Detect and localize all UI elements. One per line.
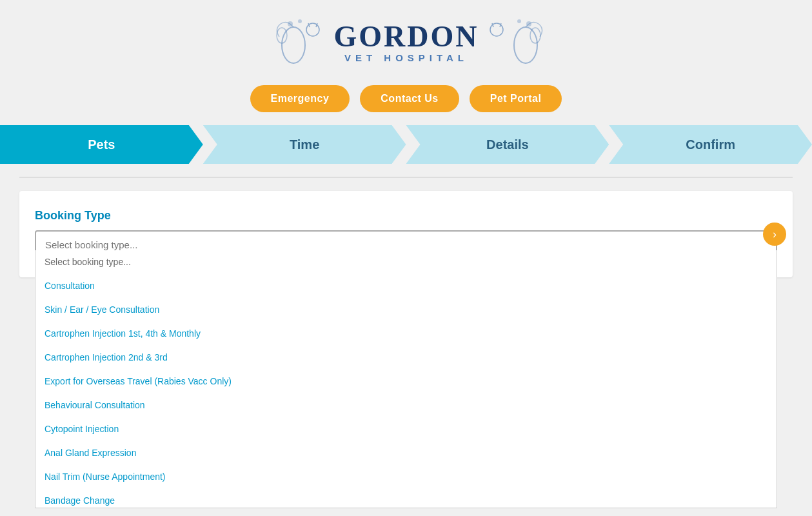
step-details[interactable]: Details: [406, 125, 609, 164]
dropdown-item-2[interactable]: Skin / Ear / Eye Consultation: [35, 298, 777, 322]
dropdown-item-0[interactable]: Select booking type...: [35, 250, 777, 274]
dropdown-item-10[interactable]: Bandage Change: [35, 489, 777, 508]
svg-point-8: [526, 21, 531, 26]
dropdown-item-4[interactable]: Cartrophen Injection 2nd & 3rd: [35, 346, 777, 370]
logo-decorations: GORDON VET HOSPITAL: [268, 13, 545, 71]
section-divider: [19, 177, 793, 178]
dropdown-item-9[interactable]: Nail Trim (Nurse Appointment): [35, 465, 777, 489]
svg-text:GORDON: GORDON: [333, 20, 479, 53]
svg-point-9: [517, 19, 521, 23]
dropdown-item-7[interactable]: Cytopoint Injection: [35, 417, 777, 441]
step-time[interactable]: Time: [203, 125, 406, 164]
logo-area: GORDON VET HOSPITAL: [268, 13, 545, 71]
dropdown-item-8[interactable]: Anal Gland Expression: [35, 441, 777, 465]
dropdown-item-1[interactable]: Consultation: [35, 274, 777, 298]
svg-text:VET HOSPITAL: VET HOSPITAL: [344, 52, 468, 63]
step-pets[interactable]: Pets: [0, 125, 203, 164]
booking-type-label: Booking Type: [35, 209, 777, 223]
svg-point-10: [306, 23, 319, 36]
booking-type-dropdown: Select booking type...ConsultationSkin /…: [35, 250, 777, 508]
dropdown-item-3[interactable]: Cartrophen Injection 1st, 4th & Monthly: [35, 322, 777, 346]
dropdown-item-6[interactable]: Behavioural Consultation: [35, 393, 777, 417]
pet-portal-button[interactable]: Pet Portal: [470, 85, 562, 112]
progress-bar: Pets Time Details Confirm: [0, 125, 812, 164]
emergency-button[interactable]: Emergency: [250, 85, 350, 112]
svg-point-0: [282, 27, 305, 63]
scroll-indicator[interactable]: ›: [763, 223, 786, 246]
svg-point-6: [514, 27, 537, 63]
dropdown-item-5[interactable]: Export for Overseas Travel (Rabies Vacc …: [35, 370, 777, 393]
svg-point-3: [298, 19, 302, 23]
step-confirm[interactable]: Confirm: [609, 125, 812, 164]
svg-point-11: [490, 23, 503, 36]
svg-point-2: [288, 21, 293, 26]
main-content: Booking Type Select booking type...Consu…: [19, 191, 793, 277]
nav-buttons: Emergency Contact Us Pet Portal: [250, 85, 562, 112]
header: GORDON VET HOSPITAL: [0, 0, 812, 125]
contact-us-button[interactable]: Contact Us: [360, 85, 459, 112]
